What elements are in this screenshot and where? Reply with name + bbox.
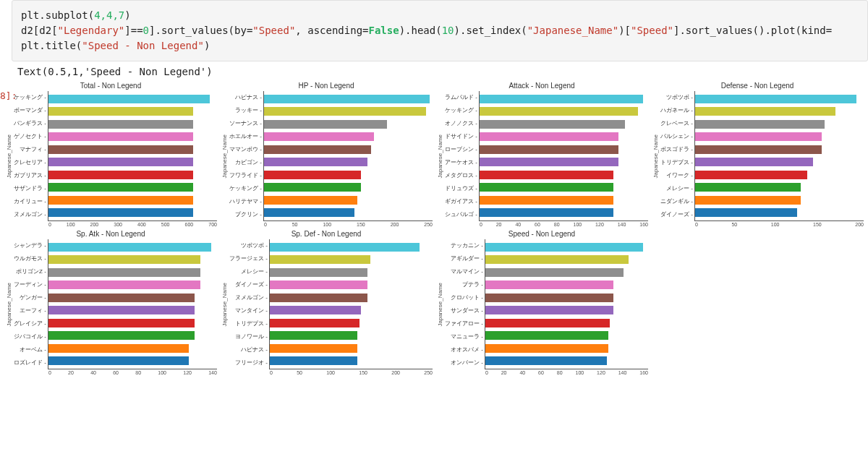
bar <box>695 171 807 179</box>
bar <box>48 132 193 141</box>
bar <box>264 183 361 192</box>
bar <box>695 107 835 116</box>
bar <box>480 120 626 129</box>
bar <box>480 208 613 217</box>
bar <box>48 196 193 205</box>
bar <box>480 132 618 141</box>
code-cell: plt.subplot(4,4,7) d2[d2["Legendary"]==0… <box>12 0 868 61</box>
bar <box>270 255 370 264</box>
bar <box>480 95 643 103</box>
chart: Defense - Non LegendJapanese_Nameツボツボ -ハ… <box>651 82 864 227</box>
bar <box>695 196 801 205</box>
bar <box>695 158 813 166</box>
bar <box>48 331 195 340</box>
bar <box>270 280 367 289</box>
chart: Sp. Def - Non LegendJapanese_Nameツボツボ -フ… <box>220 230 433 375</box>
bar <box>48 183 193 192</box>
chart-title: Speed - Non Legend <box>435 230 648 238</box>
x-axis: 050100150200 <box>695 222 864 227</box>
bar <box>480 183 613 192</box>
bar <box>480 196 613 205</box>
bar <box>485 356 607 365</box>
bar <box>264 145 371 154</box>
bar <box>270 268 367 277</box>
plot-area <box>263 91 433 221</box>
bar <box>270 306 361 314</box>
bar <box>485 344 609 353</box>
plot-area <box>479 91 648 221</box>
bar <box>485 319 610 327</box>
plot-area <box>48 239 217 369</box>
bar <box>480 107 638 116</box>
charts-grid: Total - Non LegendJapanese_Nameケッキング -ボー… <box>4 82 864 375</box>
x-axis: 050100150200250 <box>270 370 433 375</box>
output-text: Text(0.5,1,'Speed - Non Legend') <box>17 66 868 77</box>
chart: HP - Non LegendJapanese_Nameハピナス -ラッキー -… <box>220 82 433 227</box>
chart-title: HP - Non Legend <box>220 82 433 90</box>
bar <box>264 208 355 217</box>
bar <box>695 95 856 103</box>
bar <box>48 255 200 264</box>
bar <box>695 145 822 154</box>
bar <box>264 171 361 179</box>
bar <box>485 280 613 289</box>
bar <box>48 356 189 365</box>
bar <box>695 120 825 129</box>
chart-title: Total - Non Legend <box>4 82 217 90</box>
bar <box>264 158 367 166</box>
chart-title: Sp. Def - Non Legend <box>220 230 433 238</box>
bar <box>264 120 387 129</box>
bar <box>48 158 193 166</box>
bar <box>48 306 195 314</box>
bar <box>480 158 618 166</box>
bar <box>48 107 193 116</box>
bar <box>48 171 193 179</box>
bar <box>264 196 357 205</box>
bar <box>480 145 618 154</box>
bar <box>264 107 426 116</box>
y-axis-label: Japanese_Name <box>220 134 229 178</box>
bar <box>485 294 613 302</box>
bar <box>270 331 358 340</box>
bar <box>270 294 367 302</box>
y-axis-label: Japanese_Name <box>435 134 445 178</box>
x-axis: 020406080100120140160 <box>485 370 648 375</box>
bar <box>485 331 609 340</box>
x-axis: 0100200300400500600700 <box>48 222 217 227</box>
bar <box>270 344 358 353</box>
bar <box>48 120 193 129</box>
chart: Attack - Non LegendJapanese_Nameラムパルド -ケ… <box>435 82 648 227</box>
bar <box>270 319 359 327</box>
bar <box>485 243 643 252</box>
category-labels: ケッキング -ボーマンダ -バンギラス -ゲノセクト -マナフィ -クレセリア … <box>14 91 48 221</box>
bar <box>48 268 200 277</box>
y-axis-label: Japanese_Name <box>435 283 445 326</box>
bar <box>48 280 200 289</box>
plot-area <box>485 239 648 369</box>
y-axis-label: Japanese_Name <box>4 134 14 178</box>
y-axis-label: Japanese_Name <box>4 283 14 326</box>
category-labels: シャンデラ -ウルガモス -ポリゴンZ -フーディン -ゲンガー -エーフィ -… <box>14 239 48 369</box>
category-labels: ツボツボ -フラージェス -メレシー -ダイノーズ -ヌメルゴン -マンタイン … <box>229 239 269 369</box>
bar <box>48 294 195 302</box>
bar <box>264 95 430 103</box>
chart: Sp. Atk - Non LegendJapanese_Nameシャンデラ -… <box>4 230 217 375</box>
bar <box>48 344 189 353</box>
category-labels: ハピナス -ラッキー -ソーナンス -ホエルオー -ママンボウ -カビゴン -フ… <box>229 91 263 221</box>
y-axis-label: Japanese_Name <box>651 134 660 178</box>
bar <box>48 95 210 103</box>
bar <box>485 268 624 277</box>
chart-title: Sp. Atk - Non Legend <box>4 230 217 238</box>
bar <box>485 306 613 314</box>
plot-area <box>48 91 217 221</box>
bar <box>48 319 195 327</box>
bar <box>48 208 193 217</box>
bar <box>264 132 374 141</box>
bar <box>695 132 822 141</box>
chart-title: Attack - Non Legend <box>435 82 648 90</box>
bar <box>695 208 797 217</box>
x-axis: 020406080100120140160 <box>480 222 648 227</box>
bar <box>270 243 420 252</box>
bar <box>48 145 193 154</box>
plot-area <box>694 91 864 221</box>
